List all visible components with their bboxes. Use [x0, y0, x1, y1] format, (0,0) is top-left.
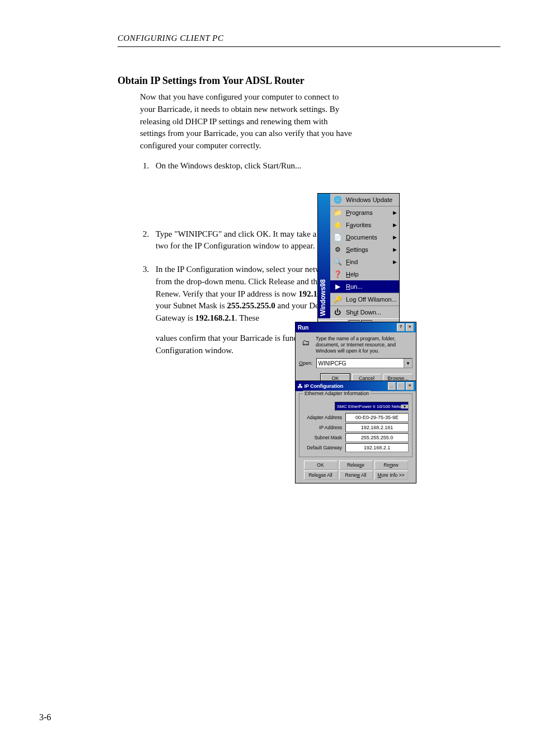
sidebar-text: Windows98 — [319, 279, 327, 316]
help-icon: ❓ — [332, 270, 343, 279]
dropdown-arrow-icon[interactable]: ▼ — [401, 405, 408, 408]
star-icon: ⭐ — [332, 220, 343, 229]
globe-icon: 🌐 — [332, 195, 343, 204]
renew-all-button[interactable]: Renew All — [339, 471, 373, 480]
menu-run[interactable]: ▶ Run... — [330, 280, 399, 293]
arrow-icon: ▶ — [393, 234, 397, 240]
more-info-button[interactable]: More Info >> — [374, 471, 408, 480]
menu-logoff[interactable]: 🔑 Log Off Wilamon... — [330, 293, 399, 306]
row-label: Adapter Address — [303, 415, 345, 420]
start-menu-items: 🌐 Windows Update 📁 Programs ▶ ⭐ Favorite… — [330, 194, 399, 318]
run-dialog-icon: 🗂 — [299, 336, 312, 349]
dialog-titlebar: 🖧 IP Configuration _ □ × — [296, 381, 416, 391]
menu-label: Settings — [346, 246, 368, 253]
folder-icon: 📁 — [332, 208, 343, 217]
subnet-value: 255.255.255.0 — [227, 301, 275, 310]
open-combobox[interactable]: ▼ — [316, 358, 413, 368]
group-legend: Ethernet Adapter Information — [303, 391, 371, 396]
gateway-value: 192.168.2.1 — [195, 313, 235, 322]
ip-address-row: IP Address 192.168.2.161 — [303, 423, 409, 432]
subnet-mask-row: Subnet Mask 255.255.255.0 — [303, 433, 409, 442]
page-number: 3-6 — [39, 712, 51, 722]
row-value: 192.168.2.1 — [345, 443, 409, 452]
menu-shutdown[interactable]: ⏻ Shut Down... — [330, 306, 399, 318]
arrow-icon: ▶ — [393, 247, 397, 252]
help-button[interactable]: ? — [397, 323, 405, 331]
page-header: CONFIGURING CLIENT PC — [118, 34, 500, 43]
menu-favorites[interactable]: ⭐ Favorites ▶ — [330, 219, 399, 231]
dialog-title: 🖧 IP Configuration — [298, 383, 343, 389]
start-menu-sidebar: Windows98 — [318, 194, 330, 318]
default-gateway-row: Default Gateway 192.168.2.1 — [303, 443, 409, 452]
ethernet-groupbox: Ethernet Adapter Information SMC EtherPo… — [299, 393, 413, 457]
menu-settings[interactable]: ⚙ Settings ▶ — [330, 243, 399, 256]
row-label: Subnet Mask — [303, 435, 345, 440]
open-label: Open: — [299, 360, 313, 366]
release-button[interactable]: Release — [339, 461, 373, 469]
row-label: Default Gateway — [303, 445, 345, 450]
network-icon: 🖧 — [298, 383, 303, 389]
menu-label: Log Off Wilamon... — [346, 296, 397, 303]
menu-find[interactable]: 🔍 Find ▶ — [330, 256, 399, 268]
menu-label: Programs — [346, 209, 373, 216]
start-menu-screenshot: Windows98 🌐 Windows Update 📁 Programs ▶ … — [317, 193, 400, 332]
menu-windows-update[interactable]: 🌐 Windows Update — [330, 194, 399, 206]
header-rule — [118, 46, 500, 47]
dropdown-arrow-icon[interactable]: ▼ — [404, 359, 412, 368]
adapter-value: SMC EtherPower II 10/100 Netw — [335, 404, 401, 409]
close-button[interactable]: × — [406, 382, 414, 390]
run-description: Type the name of a program, folder, docu… — [316, 336, 413, 354]
step-1: On the Windows desktop, click Start/Run.… — [151, 160, 364, 172]
run-dialog-screenshot: Run ? × 🗂 Type the name of a program, fo… — [295, 322, 416, 387]
menu-label: Help — [346, 271, 359, 278]
menu-documents[interactable]: 📄 Documents ▶ — [330, 231, 399, 243]
release-all-button[interactable]: Release All — [304, 471, 338, 480]
menu-programs[interactable]: 📁 Programs ▶ — [330, 206, 399, 219]
shutdown-icon: ⏻ — [332, 308, 343, 317]
open-input[interactable] — [317, 359, 404, 368]
ok-button[interactable]: OK — [304, 461, 338, 469]
adapter-address-row: Adapter Address 00-E0-29-75-35-9E — [303, 413, 409, 422]
row-value: 00-E0-29-75-35-9E — [345, 413, 409, 422]
menu-label: Documents — [346, 234, 377, 241]
menu-label: Find — [346, 259, 358, 265]
menu-label: Run... — [346, 283, 362, 290]
intro-paragraph: Now that you have configured your comput… — [118, 91, 353, 152]
row-label: IP Address — [303, 425, 345, 430]
arrow-icon: ▶ — [393, 210, 397, 215]
row-value: 255.255.255.0 — [345, 433, 409, 442]
ip-config-screenshot: 🖧 IP Configuration _ □ × Ethernet Adapte… — [295, 381, 416, 483]
header-text: CONFIGURING CLIENT PC — [118, 34, 223, 43]
menu-label: Shut Down... — [346, 309, 381, 316]
step-3-text-g: . These — [235, 313, 259, 322]
document-page: CONFIGURING CLIENT PC Obtain IP Settings… — [0, 0, 534, 756]
maximize-button: □ — [397, 382, 405, 390]
minimize-button[interactable]: _ — [388, 382, 396, 390]
arrow-icon: ▶ — [393, 259, 397, 265]
close-button[interactable]: × — [406, 323, 414, 331]
adapter-dropdown[interactable]: SMC EtherPower II 10/100 Netw ▼ — [335, 402, 409, 411]
arrow-icon: ▶ — [393, 222, 397, 228]
dialog-titlebar: Run ? × — [296, 322, 416, 332]
renew-button[interactable]: Renew — [374, 461, 408, 469]
dialog-title: Run — [298, 325, 308, 331]
menu-help[interactable]: ❓ Help — [330, 268, 399, 280]
search-icon: 🔍 — [332, 257, 343, 266]
run-icon: ▶ — [332, 282, 343, 291]
row-value: 192.168.2.161 — [345, 423, 409, 432]
section-title: Obtain IP Settings from Your ADSL Router — [118, 75, 500, 87]
key-icon: 🔑 — [332, 295, 343, 304]
menu-label: Windows Update — [346, 196, 392, 203]
gear-icon: ⚙ — [332, 245, 343, 254]
document-icon: 📄 — [332, 233, 343, 242]
menu-label: Favorites — [346, 222, 371, 228]
